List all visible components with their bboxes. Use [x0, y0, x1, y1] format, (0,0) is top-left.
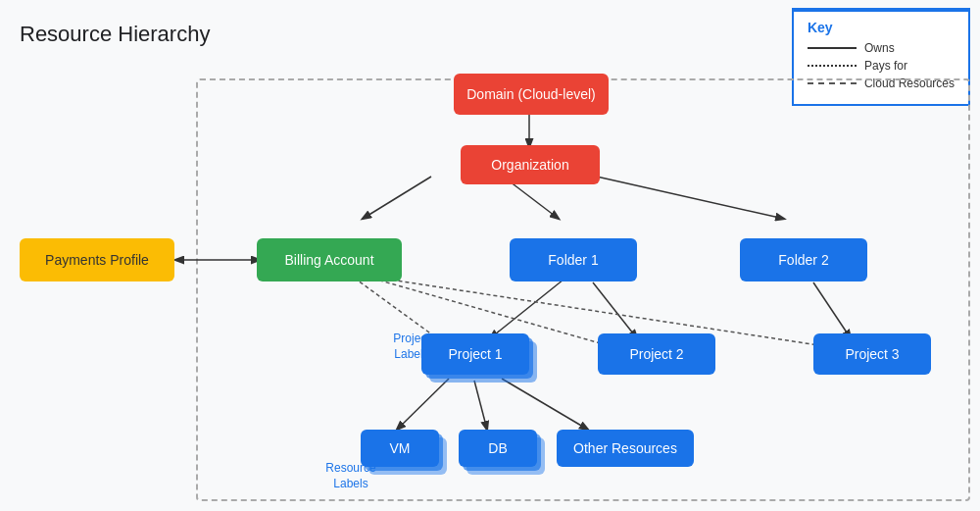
owns-line — [808, 47, 857, 49]
project1-node: Project 1 — [421, 333, 529, 375]
owns-label: Owns — [864, 41, 895, 55]
other-resources-node: Other Resources — [557, 430, 694, 467]
folder1-node: Folder 1 — [510, 238, 637, 281]
billing-account-node: Billing Account — [257, 238, 402, 281]
project3-node: Project 3 — [813, 333, 931, 375]
payments-profile-node: Payments Profile — [20, 238, 174, 281]
folder2-node: Folder 2 — [740, 238, 867, 281]
organization-node: Organization — [461, 145, 600, 184]
domain-node: Domain (Cloud-level) — [454, 74, 609, 115]
db-node: DB — [459, 430, 537, 467]
vm-node: VM — [361, 430, 439, 467]
page-title: Resource Hierarchy — [20, 22, 210, 47]
project2-node: Project 2 — [598, 333, 715, 375]
key-title: Key — [808, 20, 955, 35]
diagram: Payments Profile Billing Account Domain … — [10, 59, 970, 501]
key-row-owns: Owns — [808, 41, 955, 55]
